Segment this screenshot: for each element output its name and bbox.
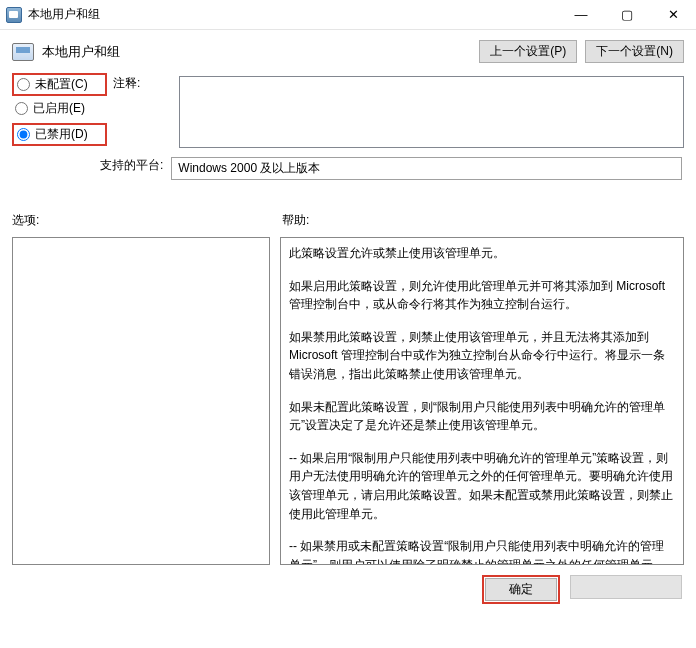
help-paragraph: 如果未配置此策略设置，则“限制用户只能使用列表中明确允许的管理单元”设置决定了是… (289, 398, 675, 435)
state-radio-group: 未配置(C) 已启用(E) 已禁用(D) (12, 73, 107, 152)
window-title: 本地用户和组 (28, 6, 558, 23)
note-label: 注释: (113, 75, 140, 92)
options-pane (12, 237, 270, 565)
snapin-icon (12, 43, 34, 61)
cancel-button-placeholder[interactable] (570, 575, 682, 599)
app-icon (6, 7, 22, 23)
highlight-disabled: 已禁用(D) (12, 123, 107, 146)
radio-not-configured[interactable]: 未配置(C) (14, 76, 105, 93)
help-paragraph: 如果启用此策略设置，则允许使用此管理单元并可将其添加到 Microsoft 管理… (289, 277, 675, 314)
next-setting-button[interactable]: 下一个设置(N) (585, 40, 684, 63)
close-button[interactable]: ✕ (650, 0, 696, 30)
ok-button[interactable]: 确定 (485, 578, 557, 601)
help-paragraph: -- 如果启用“限制用户只能使用列表中明确允许的管理单元”策略设置，则用户无法使… (289, 449, 675, 523)
radio-enabled[interactable]: 已启用(E) (12, 100, 107, 117)
note-textarea[interactable] (179, 76, 684, 148)
radio-enabled-input[interactable] (15, 102, 28, 115)
radio-enabled-label: 已启用(E) (33, 100, 85, 117)
radio-not-configured-input[interactable] (17, 78, 30, 91)
help-pane[interactable]: 此策略设置允许或禁止使用该管理单元。 如果启用此策略设置，则允许使用此管理单元并… (280, 237, 684, 565)
platform-value: Windows 2000 及以上版本 (171, 157, 682, 180)
radio-disabled-input[interactable] (17, 128, 30, 141)
prev-setting-button[interactable]: 上一个设置(P) (479, 40, 577, 63)
minimize-button[interactable]: — (558, 0, 604, 30)
footer: 确定 (0, 565, 696, 604)
help-paragraph: -- 如果禁用或未配置策略设置“限制用户只能使用列表中明确允许的管理单元”，则用… (289, 537, 675, 565)
options-heading: 选项: (12, 212, 39, 229)
header-row: 本地用户和组 上一个设置(P) 下一个设置(N) (0, 30, 696, 69)
help-paragraph: 如果禁用此策略设置，则禁止使用该管理单元，并且无法将其添加到 Microsoft… (289, 328, 675, 384)
help-paragraph: 此策略设置允许或禁止使用该管理单元。 (289, 244, 675, 263)
radio-not-configured-label: 未配置(C) (35, 76, 88, 93)
radio-disabled[interactable]: 已禁用(D) (14, 126, 105, 143)
highlight-ok: 确定 (482, 575, 560, 604)
titlebar: 本地用户和组 — ▢ ✕ (0, 0, 696, 30)
platform-label: 支持的平台: (100, 157, 163, 174)
maximize-button[interactable]: ▢ (604, 0, 650, 30)
help-heading: 帮助: (282, 212, 309, 229)
radio-disabled-label: 已禁用(D) (35, 126, 88, 143)
highlight-not-configured: 未配置(C) (12, 73, 107, 96)
header-label: 本地用户和组 (42, 43, 120, 61)
